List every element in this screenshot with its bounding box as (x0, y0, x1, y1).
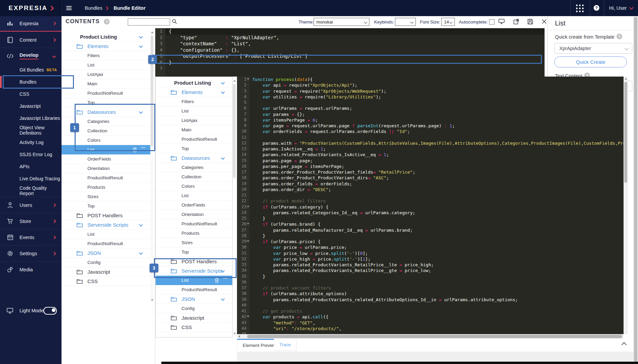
tree-row-productnotresult[interactable]: ProductNotResult (62, 89, 150, 98)
tree2-scrollbar[interactable] (233, 78, 236, 336)
tree-row-top[interactable]: Top (156, 144, 232, 153)
collapse-panel-icon[interactable] (622, 342, 627, 348)
open-external-icon[interactable] (513, 19, 519, 25)
trash-icon[interactable] (133, 147, 137, 152)
tree-row-list[interactable]: List (62, 230, 150, 239)
tree-row-main[interactable]: Main (62, 79, 150, 89)
tree-row-orderfields[interactable]: OrderFields (156, 200, 232, 210)
tree-row-categories[interactable]: Categories (156, 163, 232, 172)
tree-row-top[interactable]: Top (62, 201, 150, 211)
tree-row-filters[interactable]: Filters (156, 97, 232, 106)
sidebar-item-javascript[interactable]: Javascript (0, 100, 62, 112)
save-icon[interactable] (527, 19, 533, 25)
tree-row-list[interactable]: List (156, 106, 232, 116)
light-mode-toggle[interactable] (43, 307, 57, 315)
sidebar-item-expresia[interactable]: Expresia (0, 16, 62, 32)
tree-row-css[interactable]: CSS (62, 277, 150, 286)
sidebar-item-activity-log[interactable]: Activity Log (0, 136, 62, 148)
tree-row-listajax[interactable]: ListAjax (156, 116, 232, 125)
tree-row-productnotresult[interactable]: ProductNotResult (156, 135, 232, 144)
sidebar-item-javascript-libraries[interactable]: Javascript Libraries (0, 112, 62, 124)
tree1-scrollbar[interactable] (150, 30, 154, 302)
tree-row-json[interactable]: JSON (156, 294, 232, 304)
tree-row-top[interactable]: Top (156, 247, 232, 257)
tree-row-json[interactable]: JSON (62, 248, 150, 258)
tree-row-post-handlers[interactable]: POST Handlers (156, 257, 232, 266)
sidebar-item-git-bundles[interactable]: Git BundlesBETA (0, 64, 62, 76)
tree-row-productnotresult[interactable]: ProductNotResult (156, 285, 232, 294)
sidebar-item-live-debug-tracing[interactable]: Live Debug Tracing (0, 173, 62, 185)
sidebar-item-bundles[interactable]: Bundles (0, 76, 62, 88)
tree-row-listajax[interactable]: ListAjax (62, 70, 150, 79)
sidebar-item-events[interactable]: Events (0, 229, 62, 245)
quick-create-help-icon[interactable]: ? (616, 34, 622, 39)
fold-arrow-icon[interactable] (247, 206, 249, 208)
theme-select[interactable]: monokai (314, 18, 369, 26)
script-code-editor[interactable]: 1234567891011121314151617181920212223242… (237, 77, 624, 334)
tree-row-productnotresult[interactable]: ProductNotResult (62, 239, 150, 248)
tree-row-javascript[interactable]: Javascript (156, 313, 232, 323)
fold-arrow-icon[interactable] (247, 316, 249, 317)
tree-row-post-handlers[interactable]: POST Handlers (62, 211, 150, 220)
tree-row-productnotresult[interactable]: ProductNotResult (62, 173, 150, 183)
template-select[interactable]: XprApiAdapter (554, 43, 632, 54)
tree-row-datasources[interactable]: Datasources (156, 153, 232, 163)
tree-row-list[interactable]: List••• (62, 145, 150, 154)
tree-row-productnotresult[interactable]: ProductNotResult (156, 219, 232, 229)
tree-row-colors[interactable]: Colors (156, 182, 232, 191)
tree-row-product-listing[interactable]: Product Listing (62, 32, 150, 42)
fullscreen-monitor-icon[interactable] (499, 19, 505, 25)
apps-grid-icon[interactable] (575, 4, 584, 13)
contents-help-icon[interactable]: ? (104, 19, 110, 25)
editor-vertical-scrollbar[interactable] (624, 77, 628, 334)
editor-horizontal-scrollbar[interactable] (237, 334, 624, 339)
tree-row-config[interactable]: Config (62, 258, 150, 267)
sidebar-item-media[interactable]: Media (0, 261, 62, 277)
font-size-select[interactable]: 14 (441, 18, 455, 26)
tree-row-top[interactable]: Top (62, 98, 150, 107)
tree-row-datasources[interactable]: Datasources (62, 107, 150, 117)
more-options-icon[interactable]: ••• (142, 146, 146, 149)
tree-row-elements[interactable]: Elements (62, 42, 150, 51)
sidebar-item-apis[interactable]: APIs (0, 161, 62, 173)
quick-create-button[interactable]: Quick Create (554, 56, 627, 67)
tree-row-serverside-scripts[interactable]: Serverside Scripts (62, 220, 150, 230)
sidebar-item-develop[interactable]: Develop (0, 48, 62, 64)
tree-row-collection[interactable]: Collection (156, 172, 232, 182)
fold-arrow-icon[interactable] (247, 78, 249, 80)
sidebar-item-settings[interactable]: Settings (0, 245, 62, 261)
autocomplete-checkbox[interactable] (489, 19, 494, 25)
fold-arrow-icon[interactable] (247, 240, 249, 242)
tree-row-list[interactable]: List (62, 60, 150, 70)
tree-row-css[interactable]: CSS (156, 323, 232, 332)
tree-row-javascript[interactable]: Javascript (62, 267, 150, 277)
more-options-icon[interactable]: ••• (224, 277, 228, 280)
sidebar-item-content[interactable]: Content (0, 32, 62, 48)
user-menu[interactable]: Hi, User (609, 0, 633, 16)
search-icon[interactable] (172, 19, 177, 24)
tree-row-colors[interactable]: Colors (62, 136, 150, 145)
tab-trace[interactable]: Trace (274, 339, 296, 351)
tree-row-product-listing[interactable]: Product Listing (156, 78, 232, 88)
sidebar-item-store[interactable]: Store (0, 213, 62, 229)
tree-row-list[interactable]: List (156, 191, 232, 200)
tree-search-input[interactable] (128, 18, 170, 26)
sidebar-item-ssjs-error-log[interactable]: SSJS Error Log (0, 148, 62, 161)
keybinds-select[interactable] (395, 18, 416, 26)
tree-row-list[interactable]: List••• (156, 276, 232, 285)
sidebar-item-code-quality-report[interactable]: Code Quality Report (0, 185, 62, 197)
adapter-json-editor[interactable]: 1234567 { "type" : "XprNullAdapter", "co… (155, 28, 545, 77)
tree-row-orientation[interactable]: Orientation (62, 164, 150, 173)
sidebar-item-css[interactable]: CSS (0, 88, 62, 100)
page-scrollbar[interactable] (633, 16, 638, 364)
tree-row-elements[interactable]: Elements (156, 88, 232, 97)
fold-arrow-icon[interactable] (247, 223, 249, 225)
help-icon[interactable]: ? (594, 5, 599, 11)
trash-icon[interactable] (215, 278, 219, 283)
tree-row-products[interactable]: Products (62, 183, 150, 192)
tree-row-orderfields[interactable]: OrderFields (62, 154, 150, 164)
hamburger-menu-icon[interactable] (66, 8, 72, 8)
tree-row-main[interactable]: Main (156, 125, 232, 135)
tree-row-filters[interactable]: Filters (62, 51, 150, 60)
sidebar-item-users[interactable]: Users (0, 197, 62, 213)
